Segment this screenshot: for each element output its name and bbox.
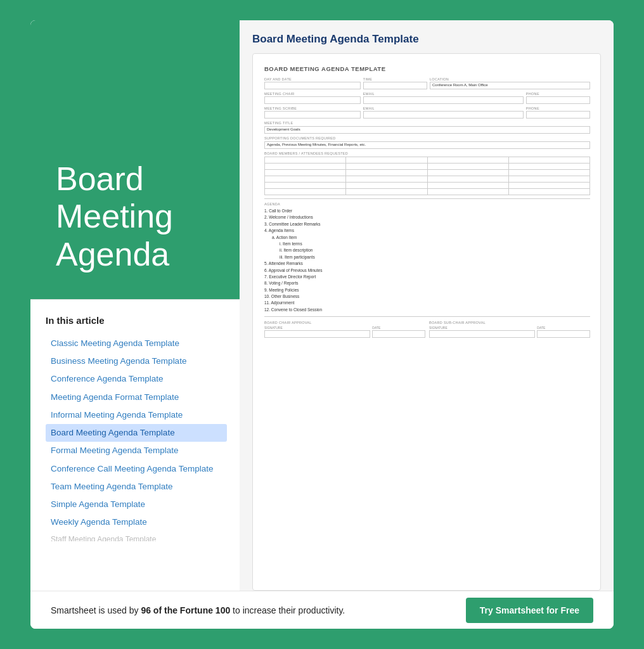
- table-cell[interactable]: [427, 189, 508, 195]
- table-cell[interactable]: [265, 157, 346, 164]
- bottom-text-bold: 96 of the Fortune 100: [141, 605, 230, 615]
- chair-group: MEETING CHAIR: [264, 92, 361, 104]
- chair-signature-label: SIGNATURE: [264, 326, 370, 330]
- toc-item-team[interactable]: Team Meeting Agenda Template: [46, 478, 227, 496]
- chair-date-label: DATE: [372, 326, 425, 330]
- toc-panel: In this article Classic Meeting Agenda T…: [30, 299, 240, 548]
- table-cell[interactable]: [427, 164, 508, 170]
- bottom-text-part1: Smartsheet is used by: [51, 605, 141, 615]
- agenda-item-4aiii: iii. Item participants: [264, 254, 590, 260]
- table-cell[interactable]: [346, 176, 427, 183]
- table-cell[interactable]: [508, 189, 589, 195]
- agenda-item-11: 11. Adjournment: [264, 300, 590, 306]
- hero-title: BoardMeetingAgenda: [56, 160, 173, 274]
- table-cell[interactable]: [346, 157, 427, 164]
- table-cell[interactable]: [265, 170, 346, 176]
- approval-divider: [264, 316, 590, 317]
- location-group: LOCATION Conference Room A, Main Office: [430, 77, 590, 89]
- meeting-title-input[interactable]: Development Goals: [264, 126, 590, 134]
- agenda-item-6: 6. Approval of Previous Minutes: [264, 267, 590, 274]
- scribe-email-label: EMAIL: [363, 106, 524, 110]
- toc-item-conference[interactable]: Conference Agenda Template: [46, 370, 227, 388]
- agenda-item-10: 10. Other Business: [264, 293, 590, 300]
- main-card: BoardMeetingAgenda In this article Class…: [30, 20, 614, 629]
- top-section: BoardMeetingAgenda In this article Class…: [30, 20, 614, 591]
- toc-item-simple[interactable]: Simple Agenda Template: [46, 496, 227, 513]
- table-cell[interactable]: [427, 157, 508, 164]
- supporting-docs-input[interactable]: Agenda, Previous Meeting Minutes, Financ…: [264, 141, 590, 149]
- bottom-bar: Smartsheet is used by 96 of the Fortune …: [30, 591, 614, 629]
- agenda-item-4a: a. Action Item: [264, 235, 590, 241]
- table-row: [265, 164, 590, 170]
- table-cell[interactable]: [508, 183, 589, 189]
- table-cell[interactable]: [265, 164, 346, 170]
- toc-item-format[interactable]: Meeting Agenda Format Template: [46, 389, 227, 406]
- chair-date-input[interactable]: [372, 330, 425, 338]
- scribe-phone-input[interactable]: [526, 111, 590, 119]
- agenda-item-3: 3. Committee Leader Remarks: [264, 221, 590, 228]
- table-cell[interactable]: [427, 183, 508, 189]
- table-cell[interactable]: [508, 157, 589, 164]
- table-cell[interactable]: [265, 183, 346, 189]
- scribe-email-group: EMAIL: [363, 106, 524, 119]
- location-input[interactable]: Conference Room A, Main Office: [430, 82, 590, 89]
- time-group: TIME: [363, 77, 427, 89]
- agenda-item-8: 8. Voting / Reports: [264, 280, 590, 286]
- subchair-signature-label: SIGNATURE: [429, 326, 535, 330]
- chair-phone-group: PHONE: [526, 92, 590, 104]
- toc-item-board[interactable]: Board Meeting Agenda Template: [46, 424, 227, 442]
- chair-email-input[interactable]: [363, 96, 524, 104]
- chair-phone-label: PHONE: [526, 92, 590, 96]
- table-row: [265, 183, 590, 189]
- left-panel: BoardMeetingAgenda In this article Class…: [30, 20, 240, 591]
- agenda-section: AGENDA 1. Call to Order 2. Welcome / Int…: [264, 202, 590, 313]
- preview-row-3: MEETING SCRIBE EMAIL PHONE: [264, 106, 590, 119]
- toc-item-weekly[interactable]: Weekly Agenda Template: [46, 513, 227, 531]
- scribe-input[interactable]: [264, 111, 361, 119]
- subchair-signature-field: SIGNATURE: [429, 326, 535, 338]
- supporting-docs-group: SUPPORTING DOCUMENTS REQUIRED Agenda, Pr…: [264, 136, 590, 149]
- chair-date-field: DATE: [372, 326, 425, 338]
- subchair-approval-title: BOARD SUB-CHAIR APPROVAL: [429, 321, 590, 324]
- scribe-phone-group: PHONE: [526, 106, 590, 119]
- toc-item-confcall[interactable]: Conference Call Meeting Agenda Template: [46, 460, 227, 478]
- toc-item-staff[interactable]: Staff Meeting Agenda Template: [46, 531, 227, 541]
- template-title: Board Meeting Agenda Template: [252, 33, 601, 46]
- day-date-input[interactable]: [264, 82, 361, 89]
- chair-input[interactable]: [264, 96, 361, 104]
- agenda-item-2: 2. Welcome / Introductions: [264, 214, 590, 221]
- chair-phone-input[interactable]: [526, 96, 590, 104]
- subchair-signature-input[interactable]: [429, 330, 535, 338]
- template-preview: BOARD MEETING AGENDA TEMPLATE DAY AND DA…: [252, 53, 601, 591]
- table-cell[interactable]: [346, 189, 427, 195]
- agenda-label: AGENDA: [264, 202, 590, 206]
- table-cell[interactable]: [508, 176, 589, 183]
- right-panel: Board Meeting Agenda Template BOARD MEET…: [240, 20, 614, 591]
- toc-item-business[interactable]: Business Meeting Agenda Template: [46, 352, 227, 370]
- table-cell[interactable]: [346, 164, 427, 170]
- scribe-group: MEETING SCRIBE: [264, 106, 361, 119]
- cta-button[interactable]: Try Smartsheet for Free: [466, 598, 593, 623]
- day-date-group: DAY AND DATE: [264, 77, 361, 89]
- agenda-item-4aii: ii. Item description: [264, 247, 590, 254]
- table-row: [265, 157, 590, 164]
- chair-signature-input[interactable]: [264, 330, 370, 338]
- table-cell[interactable]: [508, 164, 589, 170]
- table-cell[interactable]: [265, 176, 346, 183]
- table-cell[interactable]: [265, 189, 346, 195]
- table-cell[interactable]: [346, 183, 427, 189]
- toc-item-formal[interactable]: Formal Meeting Agenda Template: [46, 442, 227, 459]
- toc-item-classic[interactable]: Classic Meeting Agenda Template: [46, 335, 227, 352]
- bottom-text-part2: to increase their productivity.: [230, 605, 345, 615]
- preview-row-2: MEETING CHAIR EMAIL PHONE: [264, 92, 590, 104]
- scribe-email-input[interactable]: [363, 111, 524, 119]
- time-input[interactable]: [363, 82, 427, 89]
- table-cell[interactable]: [427, 176, 508, 183]
- chair-approval-title: BOARD CHAIR APPROVAL: [264, 321, 425, 324]
- subchair-date-input[interactable]: [537, 330, 590, 338]
- table-cell[interactable]: [508, 170, 589, 176]
- toc-item-informal[interactable]: Informal Meeting Agenda Template: [46, 406, 227, 424]
- table-cell[interactable]: [427, 170, 508, 176]
- scribe-phone-label: PHONE: [526, 106, 590, 110]
- table-cell[interactable]: [346, 170, 427, 176]
